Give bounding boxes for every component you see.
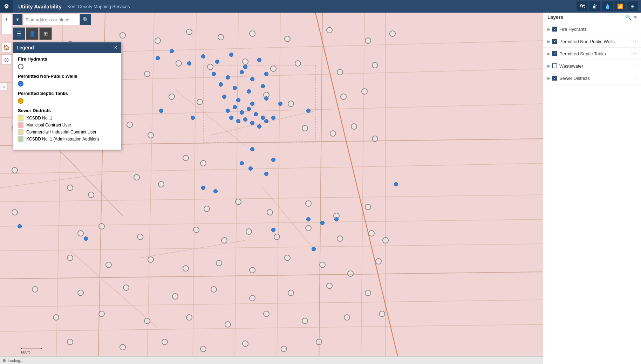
layer-more-sewer-districts[interactable]: ··· <box>631 75 637 81</box>
layer-item-wells[interactable]: ▶ ✓ Permitted Non-Public Wells ··· <box>543 35 641 48</box>
map-dot <box>123 284 129 291</box>
zoom-in-button[interactable]: + <box>2 14 12 24</box>
map-dot <box>32 286 38 293</box>
map-dot <box>372 136 378 142</box>
locate-tool-button[interactable]: 👤 <box>26 27 39 40</box>
layer-expand-sewer-districts[interactable]: ▶ <box>547 76 550 81</box>
layer-more-wastewater[interactable]: ··· <box>631 63 637 69</box>
layer-item-fire-hydrants[interactable]: ▶ ✓ Fire Hydrants ··· <box>543 23 641 35</box>
menu-tool-button[interactable]: ☰ <box>13 27 25 40</box>
topbar-grid-icon[interactable]: ⊞ <box>627 1 638 11</box>
topbar-wifi-icon[interactable]: 📶 <box>614 1 626 11</box>
layer-checkbox-wastewater[interactable]: ✓ <box>552 63 557 68</box>
well-dot <box>334 217 339 221</box>
layers-filter-icon[interactable]: ≡ <box>634 14 637 20</box>
map-dot <box>389 30 396 37</box>
layer-expand-wastewater[interactable]: ▶ <box>547 64 550 68</box>
scale-line <box>21 348 42 349</box>
layer-item-septic[interactable]: ▶ ✓ Permitted Septic Tanks ··· <box>543 48 641 60</box>
well-dot <box>257 58 261 62</box>
legend-title: Legend <box>16 45 34 50</box>
layer-checkbox-sewer-districts[interactable]: ✓ <box>552 76 557 81</box>
well-dot <box>264 119 268 123</box>
map-dot <box>375 258 382 265</box>
well-dot <box>191 116 195 120</box>
layer-more-fire-hydrants[interactable]: ··· <box>631 26 637 32</box>
layer-more-septic[interactable]: ··· <box>631 50 637 57</box>
logo-icon: ⚙ <box>4 3 9 10</box>
well-dot <box>271 116 275 120</box>
sewer-color-municipal <box>18 122 23 128</box>
map-dot <box>351 123 357 130</box>
well-dot <box>240 110 244 115</box>
layer-item-sewer-districts[interactable]: ▶ ✓ Sewer Districts ··· <box>543 72 641 84</box>
layer-checkbox-wells[interactable]: ✓ <box>552 39 557 44</box>
well-dot <box>264 96 268 101</box>
well-dot <box>243 65 247 69</box>
legend-header: Legend × <box>13 42 121 53</box>
well-dot <box>250 102 254 106</box>
map-dot <box>242 59 248 65</box>
search-dropdown-button[interactable]: ▼ <box>13 14 22 25</box>
layers-label: Layers <box>547 14 563 20</box>
legend-wells-item <box>18 81 116 87</box>
layer-checkbox-septic[interactable]: ✓ <box>552 51 557 56</box>
map-dot <box>249 295 255 301</box>
legend-fire-hydrants-title: Fire Hydrants <box>18 56 116 62</box>
scale-bar: 600ft <box>21 348 42 354</box>
map-dot <box>200 160 206 166</box>
status-text: loading... <box>8 358 23 363</box>
layer-name-wastewater: Wastewater <box>559 63 629 69</box>
map-dot <box>200 346 206 352</box>
map-dot <box>216 260 222 266</box>
layers-search-icon[interactable]: 🔍 <box>625 14 631 20</box>
map-dot <box>183 265 189 272</box>
map-dot <box>249 30 255 37</box>
sewer-color-commercial <box>18 129 23 135</box>
map-dot <box>326 27 333 33</box>
current-location-button[interactable]: ◎ <box>1 55 11 64</box>
well-dot <box>271 228 275 232</box>
map-dot <box>77 290 84 296</box>
home-button[interactable]: 🏠 <box>1 43 11 53</box>
layer-expand-fire-hydrants[interactable]: ▶ <box>547 27 550 32</box>
legend-fire-hydrants-item <box>18 64 116 69</box>
legend-septic: Permitted Septic Tanks <box>18 91 116 104</box>
search-button[interactable]: 🔍 <box>80 14 91 25</box>
zoom-controls: + − <box>1 14 12 34</box>
layer-more-wells[interactable]: ··· <box>631 38 637 44</box>
map-dot <box>288 290 294 296</box>
search-input[interactable] <box>23 14 79 25</box>
map-dot <box>267 209 273 215</box>
legend-panel: Legend × Fire Hydrants Permitted Non-Pub… <box>13 42 121 150</box>
well-dot <box>159 109 163 113</box>
map-dot <box>53 314 59 321</box>
map-dot <box>372 62 378 68</box>
topbar-drop-icon[interactable]: 💧 <box>602 1 613 11</box>
map-dot <box>284 255 291 261</box>
map-dot <box>288 101 294 107</box>
map-dot <box>361 88 368 95</box>
well-dot <box>212 72 216 76</box>
well-dot <box>240 161 244 165</box>
grid-tool-button[interactable]: ⊞ <box>39 27 52 40</box>
septic-symbol <box>18 98 23 104</box>
layer-checkbox-fire-hydrants[interactable]: ✓ <box>552 27 557 32</box>
map-dot <box>246 228 252 235</box>
topbar-delete-icon[interactable]: 🗑 <box>589 1 600 11</box>
map-dot <box>365 204 371 210</box>
layer-expand-wells[interactable]: ▶ <box>547 39 550 44</box>
well-dot <box>226 75 230 80</box>
sewer-label-commercial: Commercial / Industrial Contract User <box>26 130 96 135</box>
zoom-out-button[interactable]: − <box>2 24 12 34</box>
search-bar: ▼ 🔍 <box>13 14 91 25</box>
topbar-map-icon[interactable]: 🗺 <box>577 1 588 11</box>
layer-item-wastewater[interactable]: ▶ ✓ Wastewater ··· <box>543 60 641 72</box>
app-name: Utility Availability <box>13 4 67 9</box>
map-dot <box>242 341 248 347</box>
checkbox-check-septic: ✓ <box>553 52 556 55</box>
well-dot <box>156 56 160 60</box>
layer-expand-septic[interactable]: ▶ <box>547 51 550 56</box>
legend-close-button[interactable]: × <box>114 44 117 51</box>
well-dot <box>187 61 191 66</box>
